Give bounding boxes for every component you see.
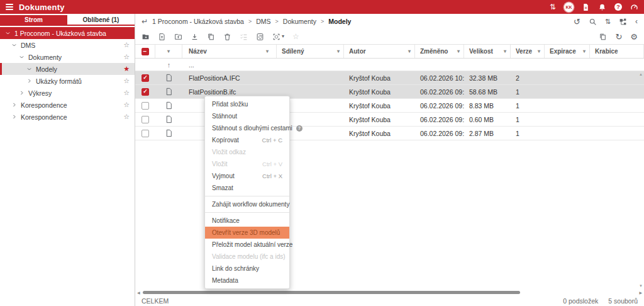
upload-file-button[interactable] <box>158 33 166 41</box>
menu-item-download[interactable]: Stáhnout <box>205 110 289 122</box>
3d-model-view-button[interactable]: ▾ <box>272 33 284 41</box>
star-outline-icon[interactable]: ☆ <box>123 42 130 48</box>
menu-item-translate-model[interactable]: Přeložit model aktuální verze <box>205 239 289 251</box>
breadcrumb-item[interactable]: DMS <box>256 18 270 25</box>
tree-root-project[interactable]: 1 Proconom - Ukázková stavba <box>0 27 135 39</box>
horizontal-scrollbar[interactable]: ◀ ▶ <box>135 290 644 295</box>
download-button[interactable] <box>191 33 199 41</box>
filter-caret-icon[interactable]: ▾ <box>583 49 586 54</box>
star-outline-icon[interactable]: ☆ <box>123 101 130 108</box>
row-checkbox[interactable] <box>142 116 149 123</box>
star-filled-icon[interactable]: ★ <box>123 65 130 72</box>
scrollbar-thumb[interactable] <box>143 291 520 294</box>
upload-folder-button[interactable] <box>174 33 182 41</box>
breadcrumb-item[interactable]: Dokumenty <box>283 18 316 25</box>
scroll-down-icon[interactable]: ▼ <box>639 284 643 288</box>
tree-item-korespondence-2[interactable]: Korespondence ☆ <box>0 111 135 123</box>
header-shared[interactable]: Sdílený▾ <box>277 45 344 58</box>
header-modified[interactable]: Změněno▾ <box>415 45 464 58</box>
chevron-down-icon[interactable] <box>26 66 32 72</box>
hamburger-menu-icon[interactable] <box>6 4 13 10</box>
tab-tree[interactable]: Strom <box>0 15 67 25</box>
filter-caret-icon[interactable]: ▾ <box>266 49 269 54</box>
refresh-icon[interactable]: ↻ <box>615 33 622 41</box>
header-version[interactable]: Verze▾ <box>511 45 545 58</box>
menu-item-metadata[interactable]: Metadata <box>205 275 289 286</box>
tree-item-modely[interactable]: Modely ★ <box>0 63 135 75</box>
header-type[interactable]: ▾ <box>155 45 182 58</box>
scroll-right-icon[interactable]: ▶ <box>639 291 642 295</box>
gear-icon[interactable]: ⚙ <box>630 33 638 41</box>
scrollbar-track[interactable] <box>142 290 638 295</box>
star-outline-icon[interactable]: ☆ <box>123 113 130 120</box>
history-icon[interactable]: ↺ <box>574 18 580 26</box>
header-select-all[interactable] <box>135 45 155 58</box>
row-checkbox[interactable] <box>142 74 149 82</box>
document-icon[interactable] <box>582 3 590 11</box>
filter-caret-icon[interactable]: ▾ <box>538 49 540 54</box>
scroll-up-icon[interactable]: ▲ <box>639 72 643 76</box>
filter-caret-icon[interactable]: ▾ <box>408 49 411 54</box>
menu-item-copy[interactable]: KopírovatCtrl + C <box>205 134 289 146</box>
chevron-right-icon[interactable] <box>11 102 17 108</box>
tree-item-dokumenty[interactable]: Dokumenty ☆ <box>0 51 135 63</box>
sort-icon[interactable]: ⇅ <box>605 18 611 25</box>
return-arrow-icon[interactable]: ↵ <box>142 18 148 25</box>
speedometer-icon[interactable] <box>630 3 638 11</box>
menu-item-notifications[interactable]: Notifikace <box>205 215 289 227</box>
chevron-right-icon[interactable] <box>19 90 25 96</box>
up-arrow-icon[interactable]: ↑ <box>167 61 171 69</box>
tree-item-ukazky-formatu[interactable]: Ukázky formátů ☆ <box>0 75 135 87</box>
delete-button[interactable] <box>223 33 231 41</box>
tree-item-dms[interactable]: DMS ☆ <box>0 39 135 51</box>
tree-item-vykresy[interactable]: Výkresy ☆ <box>0 87 135 99</box>
bell-icon[interactable] <box>598 3 606 11</box>
transfer-sort-icon[interactable]: ⇅ <box>550 3 556 11</box>
chevron-down-icon[interactable]: ▾ <box>282 34 284 39</box>
tree-item-korespondence-1[interactable]: Korespondence ☆ <box>0 99 135 111</box>
menu-item-add-folder[interactable]: Přidat složku <box>205 98 289 110</box>
refresh-document-button[interactable] <box>256 33 264 41</box>
collapse-panel-icon[interactable]: ‹ <box>635 18 638 25</box>
menu-item-delete[interactable]: Smazat <box>205 182 289 194</box>
menu-item-link-to-clipboard[interactable]: Link do schránky <box>205 263 289 275</box>
scroll-left-icon[interactable]: ◀ <box>137 291 140 295</box>
filter-caret-icon[interactable]: ▾ <box>504 49 506 54</box>
chevron-down-icon[interactable] <box>11 42 17 48</box>
vertical-scrollbar[interactable]: ▲ ▼ <box>638 72 643 288</box>
filter-caret-icon[interactable]: ▾ <box>167 49 170 54</box>
header-size[interactable]: Velikost▾ <box>464 45 511 58</box>
copy-button[interactable] <box>207 33 215 41</box>
chevron-right-icon[interactable] <box>26 78 32 84</box>
row-checkbox[interactable] <box>142 130 149 137</box>
user-avatar[interactable]: KK <box>564 3 574 12</box>
menu-item-start-workflow[interactable]: Zahájit workflow dokumenty <box>205 198 289 210</box>
header-name[interactable]: Název▾ <box>182 45 277 58</box>
file-name[interactable]: FlatPositionA.IFC <box>182 74 277 82</box>
chevron-right-icon[interactable] <box>11 114 17 120</box>
file-name[interactable]: FlatPositionB.ifc <box>182 88 277 96</box>
tab-favorites[interactable]: Oblíbené (1) <box>67 15 135 25</box>
menu-item-download-long-paths[interactable]: Stáhnout s dlouhými cestami? <box>205 122 289 134</box>
tree-structure-icon[interactable] <box>619 18 627 26</box>
breadcrumb-item[interactable]: 1 Proconom - Ukázková stavba <box>152 18 244 25</box>
help-icon[interactable]: ? <box>614 3 622 11</box>
star-outline-icon[interactable]: ☆ <box>123 89 130 96</box>
star-outline-icon[interactable]: ☆ <box>123 77 130 84</box>
filter-caret-icon[interactable]: ▾ <box>337 49 340 54</box>
parent-folder-label[interactable]: ... <box>189 61 194 69</box>
row-checkbox[interactable] <box>142 88 149 96</box>
star-outline-icon[interactable]: ☆ <box>123 54 130 60</box>
help-icon[interactable]: ? <box>296 125 303 132</box>
header-author[interactable]: Autor▾ <box>344 45 415 58</box>
header-expiry[interactable]: Expirace▾ <box>545 45 590 58</box>
filter-caret-icon[interactable]: ▾ <box>457 49 460 54</box>
chevron-down-icon[interactable] <box>19 54 25 60</box>
menu-item-open-3d-versions[interactable]: Otevřít verze 3D modelů <box>205 227 289 239</box>
menu-item-cut[interactable]: VyjmoutCtrl + X <box>205 170 289 182</box>
chevron-down-icon[interactable] <box>5 30 11 36</box>
parent-folder-row[interactable]: ↑ ... <box>135 59 644 71</box>
select-all-checkbox[interactable] <box>142 48 149 55</box>
new-folder-button[interactable] <box>142 33 150 41</box>
copy-grid-icon[interactable] <box>599 33 607 41</box>
